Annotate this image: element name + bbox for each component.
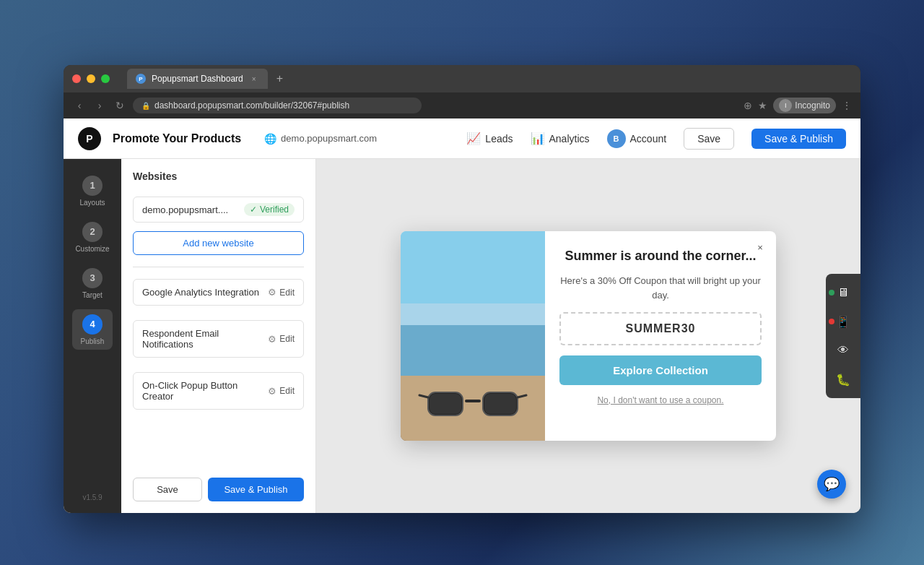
sidebar-item-publish[interactable]: 4 Publish <box>72 309 113 350</box>
refresh-button[interactable]: ↻ <box>113 100 127 111</box>
main-area: 1 Layouts 2 Customize 3 Target 4 Publish… <box>64 159 860 513</box>
browser-actions: ⊕ ★ I Incognito ⋮ <box>744 98 852 113</box>
browser-window: P Popupsmart Dashboard × + ‹ › ↻ 🔒 dashb… <box>64 65 860 513</box>
website-indicator: 🌐 demo.popupsmart.com <box>264 133 377 145</box>
analytics-icon: 📊 <box>531 131 545 145</box>
panel-footer: Save Save & Publish <box>133 466 304 501</box>
minimize-dot[interactable] <box>87 74 95 83</box>
respondent-email-edit-label: Edit <box>279 334 295 344</box>
eye-icon: 👁 <box>837 344 849 357</box>
respondent-email-gear-icon: ⚙ <box>268 334 276 345</box>
google-analytics-edit-button[interactable]: ⚙ Edit <box>268 287 295 298</box>
mobile-icon: 📱 <box>836 315 850 329</box>
tab-close-button[interactable]: × <box>249 74 259 84</box>
save-button[interactable]: Save <box>684 128 734 150</box>
app-header: P Promote Your Products 🌐 demo.popupsmar… <box>64 118 860 159</box>
step-3-label: Target <box>82 291 103 299</box>
popup-inner: Summer is around the corner... Here's a … <box>401 231 776 441</box>
website-name: demo.popupsmart.... <box>142 204 228 215</box>
sidebar-item-layouts[interactable]: 1 Layouts <box>72 171 113 211</box>
websites-section-title: Websites <box>133 171 304 182</box>
app-content: P Promote Your Products 🌐 demo.popupsmar… <box>64 118 860 513</box>
bug-icon: 🐛 <box>836 373 850 387</box>
menu-icon[interactable]: ⋮ <box>842 100 852 111</box>
desktop-view-button[interactable]: 🖥 <box>830 280 856 306</box>
address-bar: ‹ › ↻ 🔒 dashboard.popupsmart.com/builder… <box>64 92 860 118</box>
website-row: demo.popupsmart.... ✓ Verified <box>133 197 304 223</box>
eye-view-button[interactable]: 👁 <box>830 337 856 363</box>
chat-button[interactable]: 💬 <box>817 470 846 499</box>
sidebar-item-customize[interactable]: 2 Customize <box>72 217 113 257</box>
step-3-num: 3 <box>82 268 103 288</box>
analytics-nav-item[interactable]: 📊 Analytics <box>531 131 590 145</box>
respondent-email-edit-button[interactable]: ⚙ Edit <box>268 334 295 345</box>
address-input[interactable]: 🔒 dashboard.popupsmart.com/builder/32067… <box>133 98 422 113</box>
coupon-code: SUMMER30 <box>559 312 762 345</box>
popup-content: Summer is around the corner... Here's a … <box>545 231 776 441</box>
chat-icon: 💬 <box>824 476 840 492</box>
desktop-icon: 🖥 <box>837 286 849 299</box>
publish-panel: Websites demo.popupsmart.... ✓ Verified … <box>121 159 316 513</box>
back-button[interactable]: ‹ <box>72 100 87 111</box>
add-website-button[interactable]: Add new website <box>133 231 304 255</box>
mobile-indicator <box>829 319 834 324</box>
app-logo: P <box>78 127 101 150</box>
svg-rect-3 <box>401 376 545 441</box>
onclick-popup-edit-button[interactable]: ⚙ Edit <box>268 386 295 397</box>
panel-save-publish-button[interactable]: Save & Publish <box>208 478 304 501</box>
close-dot[interactable] <box>72 74 81 83</box>
leads-icon: 📈 <box>466 131 481 145</box>
globe-icon: 🌐 <box>264 133 276 145</box>
step-4-label: Publish <box>81 337 105 345</box>
app-title: Promote Your Products <box>113 132 241 145</box>
address-text: dashboard.popupsmart.com/builder/32067#p… <box>154 100 349 111</box>
forward-button[interactable]: › <box>92 100 107 111</box>
mobile-view-button[interactable]: 📱 <box>830 309 856 335</box>
popup-preview: × <box>401 231 776 441</box>
step-4-num: 4 <box>82 314 103 335</box>
onclick-popup-gear-icon: ⚙ <box>268 386 276 397</box>
extensions-icon[interactable]: ⊕ <box>744 100 752 111</box>
onclick-popup-label: On-Click Popup Button Creator <box>142 380 268 402</box>
analytics-label: Analytics <box>549 133 590 145</box>
browser-tab[interactable]: P Popupsmart Dashboard × <box>127 69 268 89</box>
respondent-email-label: Respondent Email Notifications <box>142 328 268 350</box>
popup-close-button[interactable]: × <box>751 238 769 256</box>
new-tab-button[interactable]: + <box>276 72 283 85</box>
version-label: v1.5.9 <box>82 493 102 501</box>
header-nav: 📈 Leads 📊 Analytics B Account Save Save … <box>466 128 846 150</box>
popup-description: Here's a 30% Off Coupon that will bright… <box>559 274 762 302</box>
account-avatar: B <box>607 129 626 148</box>
popup-title: Summer is around the corner... <box>565 249 756 264</box>
leads-nav-item[interactable]: 📈 Leads <box>466 131 513 145</box>
save-publish-button[interactable]: Save & Publish <box>751 129 846 149</box>
popup-image <box>401 231 545 441</box>
profile-avatar: I <box>779 99 792 112</box>
leads-label: Leads <box>485 133 513 145</box>
debug-button[interactable]: 🐛 <box>830 366 856 392</box>
step-1-num: 1 <box>82 176 103 196</box>
preview-sidebar: 🖥 📱 👁 🐛 <box>826 274 860 398</box>
google-analytics-edit-label: Edit <box>279 288 295 298</box>
preview-area: × <box>316 159 860 513</box>
maximize-dot[interactable] <box>101 74 110 83</box>
step-2-label: Customize <box>75 245 109 253</box>
tab-favicon: P <box>136 74 146 84</box>
sidebar-item-target[interactable]: 3 Target <box>72 263 113 303</box>
panel-divider <box>133 267 304 267</box>
no-coupon-link[interactable]: No, I don't want to use a coupon. <box>597 395 723 405</box>
svg-rect-4 <box>465 400 481 402</box>
star-icon[interactable]: ★ <box>758 100 767 111</box>
panel-save-button[interactable]: Save <box>133 478 202 501</box>
account-nav-item[interactable]: B Account <box>607 129 667 148</box>
onclick-popup-edit-label: Edit <box>279 386 295 396</box>
respondent-email-row: Respondent Email Notifications ⚙ Edit <box>133 320 304 358</box>
onclick-popup-row: On-Click Popup Button Creator ⚙ Edit <box>133 372 304 410</box>
google-analytics-row: Google Analytics Integration ⚙ Edit <box>133 279 304 306</box>
profile-button[interactable]: I Incognito <box>773 98 836 113</box>
step-2-num: 2 <box>82 222 103 242</box>
tab-title: Popupsmart Dashboard <box>152 74 243 84</box>
explore-collection-button[interactable]: Explore Collection <box>559 355 762 385</box>
browser-titlebar: P Popupsmart Dashboard × + <box>64 65 860 92</box>
website-url: demo.popupsmart.com <box>281 133 377 144</box>
